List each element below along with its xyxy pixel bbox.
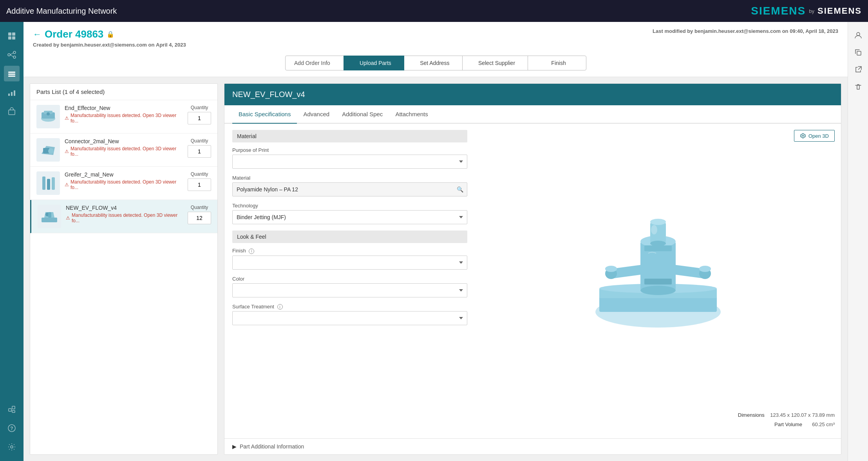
material-input[interactable]: [232, 182, 467, 196]
list-item[interactable]: NEW_EV_FLOW_v4 ⚠ Manufacturability issue…: [30, 200, 217, 233]
svg-rect-18: [12, 411, 15, 412]
svg-rect-3: [12, 36, 15, 40]
svg-point-47: [650, 241, 666, 246]
part-warning-2: ⚠ Manufacturability issues detected. Ope…: [65, 146, 183, 157]
svg-point-51: [857, 32, 860, 36]
color-group: Color: [232, 276, 467, 297]
wizard-step-set-address[interactable]: Set Address: [404, 56, 463, 70]
wizard-step-finish[interactable]: Finish: [528, 56, 586, 70]
part-thumbnail-2: [36, 138, 60, 162]
siemens-white-logo: SIEMENS: [817, 6, 862, 16]
part-additional-info[interactable]: ▶ Part Additional Information: [224, 438, 841, 454]
spec-panel: NEW_EV_FLOW_v4 Basic Specifications Adva…: [224, 83, 841, 455]
svg-rect-30: [52, 177, 55, 190]
part-name-3: Greifer_2_mal_New: [65, 171, 183, 178]
parts-list-header: Parts List (1 of 4 selected): [30, 84, 217, 100]
share-icon[interactable]: [851, 63, 865, 77]
svg-point-6: [13, 56, 16, 58]
page-header: ← Order 49863 🔒 Created by benjamin.heus…: [24, 22, 848, 77]
tab-attachments[interactable]: Attachments: [389, 105, 434, 124]
part-warning-3: ⚠ Manufacturability issues detected. Ope…: [65, 179, 183, 190]
person-icon[interactable]: [851, 28, 865, 42]
surface-select[interactable]: [232, 311, 467, 325]
by-label: by: [809, 8, 814, 14]
qty-input-2[interactable]: [188, 145, 211, 158]
dimensions-info: Dimensions 123.45 x 120.07 x 73.89 mm Pa…: [738, 407, 835, 432]
wizard-step-select-supplier[interactable]: Select Supplier: [462, 56, 528, 70]
svg-rect-15: [9, 110, 15, 115]
surface-treatment-label: Surface Treatment i: [232, 304, 467, 310]
svg-line-7: [10, 53, 13, 55]
open-3d-button[interactable]: Open 3D: [794, 130, 835, 142]
workflow-icon[interactable]: [4, 47, 20, 63]
wizard-steps: Add Order Info Upload Parts Set Address …: [33, 56, 838, 70]
part-name-2: Connector_2mal_New: [65, 138, 183, 144]
technology-label: Technology: [232, 203, 467, 209]
surface-treatment-group: Surface Treatment i: [232, 304, 467, 326]
tab-basic-specifications[interactable]: Basic Specifications: [232, 105, 297, 124]
tab-advanced[interactable]: Advanced: [297, 105, 336, 124]
part-warning-1: ⚠ Manufacturability issues detected. Ope…: [65, 113, 183, 124]
list-item[interactable]: End_Effector_New ⚠ Manufacturability iss…: [30, 100, 217, 133]
look-feel-section-label: Look & Feel: [232, 230, 467, 243]
svg-rect-0: [8, 32, 11, 36]
right-sidebar: [848, 22, 868, 461]
delete-icon[interactable]: [851, 80, 865, 94]
last-modified-meta: Last modified by benjamin.heuser.ext@sie…: [653, 28, 838, 34]
siemens-teal-logo: SIEMENS: [751, 5, 806, 17]
settings-icon[interactable]: [4, 439, 20, 455]
inventory-icon[interactable]: [4, 103, 20, 119]
list-item[interactable]: Connector_2mal_New ⚠ Manufacturability i…: [30, 133, 217, 167]
qty-input-1[interactable]: [188, 112, 211, 124]
qty-input-3[interactable]: [188, 178, 211, 191]
svg-rect-1: [12, 32, 15, 36]
svg-point-27: [48, 148, 54, 154]
qty-label-1: Quantity: [191, 105, 208, 110]
surface-info-icon: i: [277, 304, 283, 310]
svg-rect-33: [48, 212, 51, 218]
wizard-step-add-order-info[interactable]: Add Order Info: [285, 56, 344, 70]
integrations-icon[interactable]: [4, 402, 20, 417]
svg-rect-2: [8, 36, 11, 40]
analytics-icon[interactable]: [4, 85, 20, 100]
finish-select[interactable]: [232, 256, 467, 270]
qty-input-4[interactable]: [188, 212, 211, 224]
qty-label-4: Quantity: [191, 205, 208, 210]
material-section-label: Material: [232, 130, 467, 142]
svg-rect-12: [8, 94, 10, 96]
svg-point-40: [640, 286, 676, 295]
part-thumbnail-3: [36, 171, 60, 195]
parts-panel: Parts List (1 of 4 selected) End_Effecto…: [30, 83, 218, 455]
lock-icon: 🔒: [107, 31, 114, 38]
material-group: Material 🔍: [232, 175, 467, 196]
3d-model-svg: [580, 206, 736, 331]
svg-rect-31: [42, 218, 57, 222]
purpose-select[interactable]: [232, 155, 467, 169]
svg-rect-11: [8, 76, 15, 77]
svg-point-46: [650, 219, 666, 225]
svg-text:?: ?: [10, 426, 13, 431]
tab-additional-spec[interactable]: Additional Spec: [336, 105, 389, 124]
svg-rect-49: [644, 279, 672, 285]
dashboard-icon[interactable]: [4, 28, 20, 44]
technology-select[interactable]: Binder Jetting (MJF): [232, 210, 467, 224]
finish-group: Finish i: [232, 248, 467, 270]
svg-line-8: [10, 55, 13, 57]
finish-info-icon: i: [249, 249, 254, 254]
wizard-step-upload-parts[interactable]: Upload Parts: [344, 56, 404, 70]
svg-point-4: [8, 54, 10, 56]
svg-rect-16: [9, 409, 11, 411]
svg-rect-13: [11, 92, 13, 96]
duplicate-icon[interactable]: [851, 45, 865, 59]
svg-point-50: [651, 225, 657, 234]
color-select[interactable]: [232, 283, 467, 297]
svg-line-53: [858, 67, 861, 70]
list-item[interactable]: Greifer_2_mal_New ⚠ Manufacturability is…: [30, 167, 217, 200]
part-name-1: End_Effector_New: [65, 105, 183, 111]
svg-rect-48: [644, 245, 672, 251]
back-button[interactable]: ←: [33, 29, 42, 40]
parts-icon[interactable]: [4, 66, 20, 81]
technology-group: Technology Binder Jetting (MJF): [232, 203, 467, 224]
material-search-icon: 🔍: [457, 186, 463, 193]
help-icon[interactable]: ?: [4, 420, 20, 436]
